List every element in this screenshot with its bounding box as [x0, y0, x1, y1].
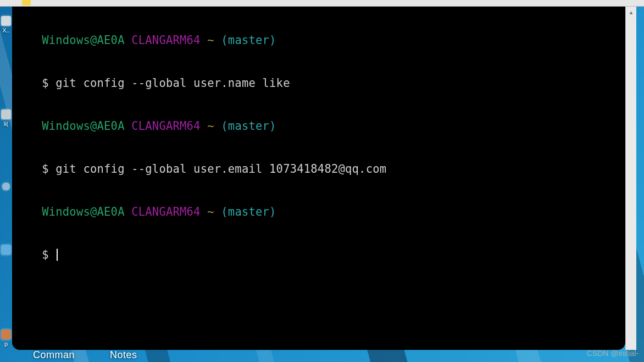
app-icon [1, 245, 11, 255]
prompt-line: Windows@AE0A CLANGARM64 ~ (master) [14, 105, 621, 147]
prompt-branch: (master) [221, 119, 276, 133]
watermark-text: CSDN @initial- [587, 349, 639, 358]
prompt-symbol: $ [42, 76, 49, 90]
prompt-branch: (master) [221, 205, 276, 218]
prompt-env: CLANGARM64 [131, 119, 200, 133]
document-icon [1, 109, 11, 119]
desktop-icon-label: p [4, 341, 8, 347]
taskbar-item-notes[interactable]: Notes [110, 349, 137, 361]
desktop-icon-partial-1[interactable]: X.. [0, 11, 12, 39]
command-line: $ git config --global user.email 1073418… [14, 147, 621, 190]
prompt-env: CLANGARM64 [131, 205, 200, 218]
scrollbar-up-arrow-icon[interactable]: ▲ [626, 7, 636, 18]
prompt-symbol: $ [42, 248, 49, 261]
app-icon [1, 330, 11, 339]
title-bar-fragment [0, 0, 644, 7]
prompt-at: @ [90, 34, 97, 47]
desktop-icon-partial-5[interactable]: p [0, 325, 12, 352]
prompt-line: Windows@AE0A CLANGARM64 ~ (master) [14, 19, 621, 62]
desktop-icon-partial-4[interactable] [0, 237, 12, 264]
prompt-at: @ [90, 119, 97, 133]
command-text: git config --global user.email 107341848… [55, 162, 386, 175]
prompt-tilde: ~ [207, 205, 214, 218]
desktop-icon-label: li( [4, 120, 9, 127]
command-text: git config --global user.name like [55, 76, 290, 90]
prompt-user: Windows [42, 34, 90, 47]
generic-icon [2, 183, 10, 190]
prompt-at: @ [90, 205, 97, 218]
prompt-user: Windows [42, 205, 90, 218]
prompt-branch: (master) [221, 34, 276, 47]
command-input-line[interactable]: $ [14, 233, 621, 276]
document-icon [1, 16, 11, 26]
prompt-env: CLANGARM64 [131, 34, 200, 47]
desktop-icon-label: X.. [2, 27, 9, 34]
prompt-host: AE0A [97, 34, 125, 47]
toolbar-shield-icon [22, 0, 31, 6]
command-line: $ git config --global user.name like [14, 62, 621, 105]
taskbar-item-command[interactable]: Comman [33, 349, 75, 361]
desktop-icon-partial-3[interactable] [0, 176, 12, 198]
desktop-icon-partial-2[interactable]: li( [0, 105, 12, 132]
prompt-tilde: ~ [207, 34, 214, 47]
prompt-line: Windows@AE0A CLANGARM64 ~ (master) [14, 190, 621, 233]
prompt-host: AE0A [97, 119, 125, 133]
terminal-window[interactable]: Windows@AE0A CLANGARM64 ~ (master) $ git… [12, 7, 625, 350]
vertical-scrollbar[interactable]: ▲ [625, 7, 636, 350]
text-cursor [57, 249, 58, 261]
prompt-symbol: $ [42, 162, 49, 175]
prompt-user: Windows [42, 119, 90, 133]
prompt-tilde: ~ [207, 119, 214, 133]
prompt-host: AE0A [97, 205, 125, 218]
